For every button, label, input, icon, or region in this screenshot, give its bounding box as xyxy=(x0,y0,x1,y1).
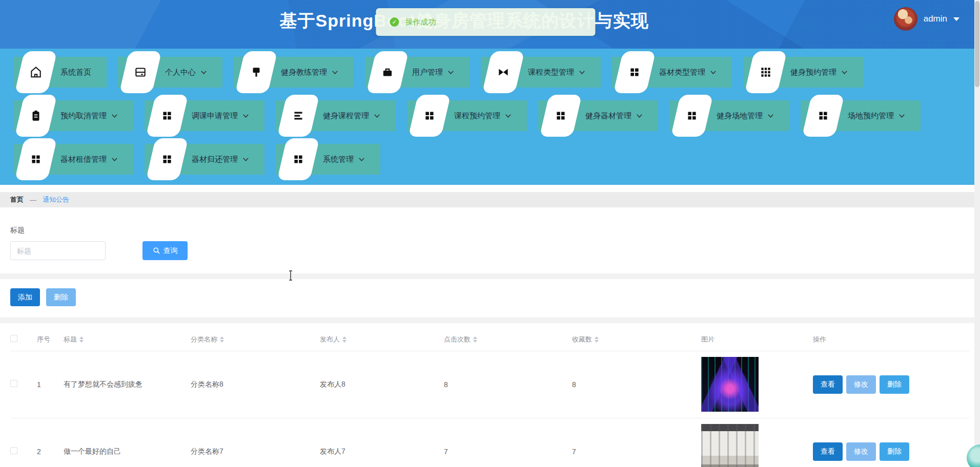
nav-item-17[interactable]: 系统管理 xyxy=(276,144,380,175)
sort-caret[interactable] xyxy=(342,336,346,343)
nav-item-label: 个人中心 xyxy=(165,68,196,77)
breadcrumb-home: 首页 xyxy=(10,195,24,204)
nav-item-2[interactable]: 个人中心 xyxy=(118,57,222,88)
nav-item-8[interactable]: 预约取消管理 xyxy=(13,100,133,131)
clipboard-icon xyxy=(15,95,57,137)
cell-publisher: 发布人8 xyxy=(320,351,444,418)
row-edit-button[interactable]: 修改 xyxy=(846,442,876,461)
chevron-down-icon xyxy=(242,114,249,118)
nav-item-label: 课程类型管理 xyxy=(528,68,574,77)
chevron-down-icon xyxy=(374,114,380,118)
nav-item-label: 用户管理 xyxy=(412,68,443,77)
user-menu[interactable]: admin xyxy=(894,7,959,31)
row-delete-button[interactable]: 删除 xyxy=(880,375,909,394)
spacer xyxy=(0,185,980,192)
breadcrumb-current[interactable]: 通知公告 xyxy=(43,195,69,204)
cell-favorites: 7 xyxy=(572,418,701,467)
chevron-down-icon xyxy=(111,114,118,118)
column-header: 序号 xyxy=(37,335,50,344)
scrollbar-track xyxy=(974,0,980,467)
caret-down-icon xyxy=(953,17,959,21)
divider xyxy=(0,317,980,323)
chevron-down-icon xyxy=(899,114,905,118)
delete-selected-button[interactable]: 删除 xyxy=(46,288,76,306)
success-check-icon: ✓ xyxy=(390,17,399,27)
grid4-icon xyxy=(15,138,57,180)
chevron-down-icon xyxy=(767,114,774,118)
grid4-icon xyxy=(409,95,451,137)
text-cursor xyxy=(287,270,294,281)
nav-item-5[interactable]: 课程类型管理 xyxy=(481,57,601,88)
add-button[interactable]: 添加 xyxy=(10,288,40,306)
divider xyxy=(0,273,980,279)
nav-item-label: 系统首页 xyxy=(60,68,91,77)
nav-item-3[interactable]: 健身教练管理 xyxy=(234,57,354,88)
row-checkbox[interactable] xyxy=(10,447,17,454)
nav-item-11[interactable]: 课程预约管理 xyxy=(407,100,527,131)
nav-item-9[interactable]: 调课申请管理 xyxy=(145,100,264,131)
nav-item-15[interactable]: 器材租借管理 xyxy=(13,144,133,175)
nav-item-label: 健身场地管理 xyxy=(717,111,763,121)
row-image xyxy=(701,357,759,412)
grid4-icon xyxy=(614,51,656,93)
cell-favorites: 8 xyxy=(572,351,701,418)
spacer xyxy=(0,207,980,215)
grid4-icon xyxy=(146,138,189,180)
cell-publisher: 发布人7 xyxy=(320,418,444,467)
page: 基于SpringBoot健身房管理系统的设计与实现 admin ✓ 操作成功 系… xyxy=(0,0,980,467)
column-header: 标题 xyxy=(64,335,77,344)
nav-item-16[interactable]: 器材归还管理 xyxy=(145,144,264,175)
nav-item-label: 健身预约管理 xyxy=(790,68,836,77)
chevron-down-icon xyxy=(200,70,207,75)
query-button-label: 查询 xyxy=(164,246,178,256)
row-view-button[interactable]: 查看 xyxy=(813,375,843,394)
chevron-down-icon xyxy=(636,114,643,118)
flag-icon xyxy=(235,51,278,93)
cell-title: 做一个最好的自己 xyxy=(64,418,191,467)
sort-caret[interactable] xyxy=(473,336,477,343)
nav-item-label: 健身器材管理 xyxy=(585,111,631,121)
card-icon xyxy=(119,51,162,93)
cell-clicks: 8 xyxy=(444,351,572,418)
row-checkbox[interactable] xyxy=(10,380,17,387)
nav-item-13[interactable]: 健身场地管理 xyxy=(669,100,789,131)
row-delete-button[interactable]: 删除 xyxy=(880,442,909,461)
grid4-icon xyxy=(277,138,320,180)
nav-item-12[interactable]: 健身器材管理 xyxy=(538,100,658,131)
grid4-icon xyxy=(146,95,189,137)
sort-caret[interactable] xyxy=(220,336,224,343)
nav-item-10[interactable]: 健身课程管理 xyxy=(276,100,396,131)
table-toolbar: 添加 删除 xyxy=(0,279,980,317)
nav-item-7[interactable]: 健身预约管理 xyxy=(743,57,863,88)
notice-table-panel: 序号标题分类名称发布人点击次数收藏数图片操作 1有了梦想就不会感到疲惫分类名称8… xyxy=(0,323,980,467)
nav-item-14[interactable]: 场地预约管理 xyxy=(801,100,921,131)
row-image xyxy=(701,424,759,467)
row-view-button[interactable]: 查看 xyxy=(813,442,843,461)
cell-category: 分类名称8 xyxy=(191,351,320,418)
home-icon xyxy=(15,51,57,93)
scrollbar-thumb[interactable] xyxy=(975,1,979,87)
breadcrumb: 首页 — 通知公告 xyxy=(0,192,980,207)
column-header: 收藏数 xyxy=(572,335,592,344)
row-edit-button[interactable]: 修改 xyxy=(846,375,876,394)
nav-item-label: 课程预约管理 xyxy=(454,111,500,121)
chevron-down-icon xyxy=(841,70,848,75)
user-avatar xyxy=(894,7,917,31)
select-all-checkbox[interactable] xyxy=(10,335,17,342)
nav-item-label: 预约取消管理 xyxy=(60,111,107,121)
nav-item-1[interactable]: 系统首页 xyxy=(13,57,107,88)
notice-table: 序号标题分类名称发布人点击次数收藏数图片操作 1有了梦想就不会感到疲惫分类名称8… xyxy=(10,328,970,467)
grid4-icon xyxy=(671,95,713,137)
search-input[interactable] xyxy=(10,241,106,260)
grid4-icon xyxy=(802,95,845,137)
table-body: 1有了梦想就不会感到疲惫分类名称8发布人888查看修改删除2做一个最好的自己分类… xyxy=(10,351,970,467)
column-header: 操作 xyxy=(813,335,826,344)
query-button[interactable]: 查询 xyxy=(142,241,188,260)
sort-caret[interactable] xyxy=(79,336,84,343)
sort-caret[interactable] xyxy=(595,336,599,343)
cell-clicks: 7 xyxy=(444,418,572,467)
toast-message: 操作成功 xyxy=(405,17,436,27)
nav-item-4[interactable]: 用户管理 xyxy=(365,57,469,88)
nav-item-6[interactable]: 器材类型管理 xyxy=(612,57,732,88)
chevron-down-icon xyxy=(505,114,512,118)
